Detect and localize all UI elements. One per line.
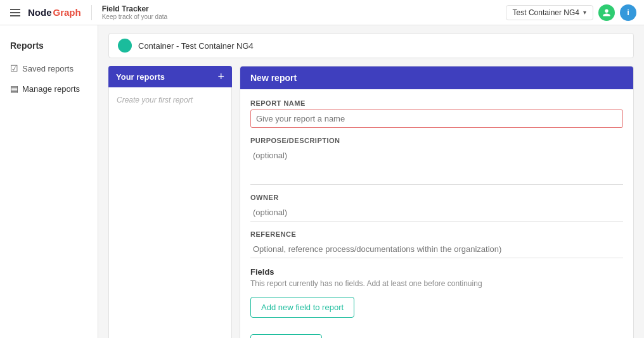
report-name-group: REPORT NAME (250, 99, 623, 128)
fields-section: Fields This report currently has no fiel… (250, 267, 623, 288)
app-subtitle: Keep track of your data (102, 13, 167, 20)
save-report-button[interactable]: Save report (250, 334, 322, 338)
purpose-input[interactable] (250, 147, 623, 185)
purpose-group: PURPOSE/DESCRIPTION (250, 137, 623, 185)
add-report-button[interactable]: + (217, 71, 224, 82)
sidebar-item-left: ☑ Saved reports (10, 63, 74, 73)
new-report-title: New report (250, 73, 297, 83)
manage-reports-icon: ▤ (10, 84, 18, 94)
sidebar-section-title: Reports (0, 35, 98, 58)
reference-input[interactable] (250, 241, 623, 258)
owner-input[interactable] (250, 204, 623, 222)
your-reports-body: Create your first report (108, 87, 232, 338)
saved-reports-icon: ☑ (10, 63, 18, 73)
saved-reports-label: Saved reports (22, 64, 74, 73)
reference-label: REFERENCE (250, 230, 623, 238)
owner-group: OWNER (250, 194, 623, 222)
your-reports-title: Your reports (116, 72, 165, 82)
info-button[interactable]: i (620, 4, 636, 21)
container-bar: Container - Test Container NG4 (108, 33, 634, 58)
app-logo: NodeGraph (28, 7, 81, 18)
logo-node: Node (28, 7, 52, 18)
purpose-label: PURPOSE/DESCRIPTION (250, 137, 623, 144)
sidebar-item-left: ▤ Manage reports (10, 84, 80, 94)
your-reports-header: Your reports + (108, 66, 232, 87)
fields-desc: This report currently has no fields. Add… (250, 279, 623, 288)
owner-label: OWNER (250, 194, 623, 201)
right-panel: New report REPORT NAME PURPOSE/DESCRIPTI… (240, 66, 634, 338)
report-name-label: REPORT NAME (250, 99, 623, 107)
sidebar-item-saved-reports[interactable]: ☑ Saved reports (0, 58, 98, 78)
new-report-header: New report (240, 66, 633, 89)
fields-title: Fields (250, 267, 623, 277)
container-selector[interactable]: Test Container NG4 ▾ (506, 5, 593, 20)
header-left: NodeGraph Field Tracker Keep track of yo… (8, 4, 167, 20)
container-label: Container - Test Container NG4 (138, 41, 254, 51)
sidebar-item-manage-reports[interactable]: ▤ Manage reports (0, 78, 98, 99)
app-body: Reports ☑ Saved reports ▤ Manage reports… (0, 25, 644, 338)
container-name: Test Container NG4 (513, 8, 579, 17)
report-name-input[interactable] (250, 110, 623, 128)
app-title: Field Tracker (102, 4, 167, 13)
manage-reports-label: Manage reports (22, 84, 80, 94)
left-panel: Your reports + Create your first report (108, 66, 232, 338)
header-right: Test Container NG4 ▾ i (506, 4, 636, 21)
logo-graph: Graph (53, 7, 81, 18)
header-divider (91, 5, 92, 20)
create-first-label: Create your first report (117, 96, 193, 104)
reference-group: REFERENCE (250, 230, 623, 258)
app-header: NodeGraph Field Tracker Keep track of yo… (0, 0, 644, 25)
hamburger-icon[interactable] (8, 6, 23, 19)
panels: Your reports + Create your first report … (108, 66, 634, 338)
chevron-down-icon: ▾ (583, 9, 586, 16)
sidebar: Reports ☑ Saved reports ▤ Manage reports (0, 25, 98, 338)
app-info: Field Tracker Keep track of your data (102, 4, 167, 20)
user-avatar[interactable] (598, 4, 615, 21)
save-area: Save report (240, 328, 633, 338)
main-content: Container - Test Container NG4 Your repo… (98, 25, 644, 338)
add-field-button[interactable]: Add new field to report (250, 297, 354, 318)
container-dot (118, 39, 132, 53)
new-report-body: REPORT NAME PURPOSE/DESCRIPTION OWNER (240, 89, 633, 328)
